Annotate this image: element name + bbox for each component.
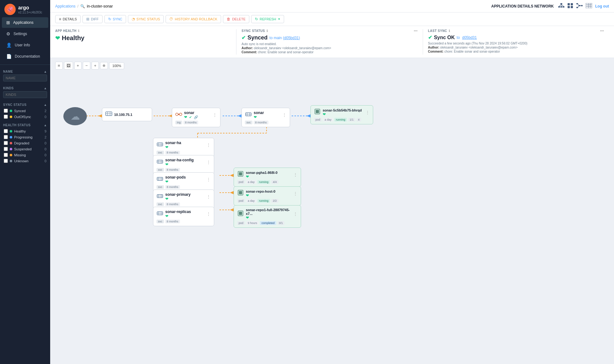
zoom-fit-btn[interactable]: ⊕ [100,62,108,69]
suspended-checkbox[interactable] [4,147,8,151]
missing-checkbox[interactable] [4,153,8,157]
sonar-ing-node[interactable]: sonar ❤ ✔ 🔗 ⋮ ing 8 months [172,108,220,127]
sonar-pgha1-icon [237,170,244,179]
sonar-svc-menu[interactable]: ⋮ [282,112,287,117]
unknown-dot [10,160,12,162]
sonar-primary-node[interactable]: sonar-primary ❤ ⋮ svc 8 months [153,190,214,209]
healthy-label: Healthy [14,129,26,133]
svg-rect-12 [576,3,578,4]
sonar-pgha1-menu[interactable]: ⋮ [293,172,298,177]
list-view-btn[interactable]: ≡ [55,62,63,70]
sidebar-item-user-info[interactable]: 👤 User Info [2,40,48,50]
progressing-dot [10,136,12,138]
health-filter-header[interactable]: HEALTH STATUS ▲ [3,123,47,127]
svg-marker-40 [230,174,234,177]
health-filter-degraded[interactable]: Degraded 0 [3,140,47,146]
sync-filter-outofsync[interactable]: OutOfSync 0 [3,114,47,120]
logout-button[interactable]: Log out [595,4,609,8]
svg-line-15 [578,4,579,5]
add-btn[interactable]: + [74,62,82,70]
sonar-replicas-menu[interactable]: ⋮ [206,211,211,216]
network-tree-icon[interactable] [558,3,564,9]
sonar-repo1-full-node[interactable]: sonar-repo1-full-28879745-x7... ❤ ⋮ pod … [234,205,301,228]
svg-rect-8 [571,3,573,5]
last-sync-check-icon: ✔ [428,34,432,40]
health-filter-missing[interactable]: Missing 0 [3,152,47,158]
sonar-ha-config-menu[interactable]: ⋮ [206,160,211,165]
unknown-checkbox[interactable] [4,159,8,163]
kinds-filter-input[interactable] [3,91,47,98]
sidebar-item-label: Settings [13,32,27,36]
sonar-repo-host-node[interactable]: sonar-repo-host-0 ❤ ⋮ pod a day running … [234,186,301,205]
sonar-primary-menu[interactable]: ⋮ [206,194,211,199]
sidebar-item-documentation[interactable]: 📄 Documentation [2,51,48,62]
sync-filter-synced[interactable]: Synced 2 [3,108,47,114]
synced-count: 2 [45,109,46,113]
sync-value-text: Synced [247,34,267,41]
sonar-ing-menu[interactable]: ⋮ [213,112,217,117]
sonar-repo1-full-kind: pod [237,221,245,225]
refresh-button[interactable]: ↻ REFRESH ▼ [251,15,284,23]
sidebar: 🦑 argo v2.11.5+c4b283c ⊞ Applications ⚙ … [0,0,50,364]
outofsync-checkbox[interactable] [4,115,8,119]
flow-canvas[interactable]: ≡ 🖼 + − + ⊕ 100% [50,58,614,364]
health-filter-progressing[interactable]: Progressing 2 [3,134,47,140]
sidebar-item-settings[interactable]: ⚙ Settings [2,29,48,39]
zoom-out-btn[interactable]: − [83,62,90,70]
sonar-ha-node[interactable]: sonar-ha ❤ ⋮ svc 8 months [153,138,214,157]
sonar-replicas-node[interactable]: sonar-replicas ❤ ⋮ svc 8 months [153,207,214,226]
svg-point-47 [176,113,178,116]
sonar-svc-node[interactable]: sonar ❤ ⋮ svc 8 months [241,108,290,127]
healthy-checkbox[interactable] [4,129,8,133]
image-btn[interactable]: 🖼 [64,62,73,70]
kinds-filter-header[interactable]: KINDS ▲ [3,86,47,90]
sync-filter-header[interactable]: SYNC STATUS ▲ [3,103,47,107]
svg-marker-42 [230,208,234,211]
sonar-repo1-full-ratio: 0/1 [278,221,285,225]
ingress-ip-name: 10.100.75.1 [114,113,132,117]
topology-icon[interactable] [576,3,583,9]
delete-button[interactable]: 🗑 DELETE [223,15,249,23]
sonar-ha-config-node[interactable]: sonar-ha-config ❤ ⋮ svc 8 months [153,155,214,174]
sidebar-item-label: User Info [15,43,30,47]
sync-more-icon[interactable]: ••• [414,29,418,33]
last-sync-commit-link[interactable]: d05bd31 [462,35,477,40]
table-icon[interactable] [586,3,592,9]
sonar-repo-host-menu[interactable]: ⋮ [293,191,298,196]
sonar-pod-node[interactable]: sonar-5c5b54b75-bhrqd ❤ ⋮ pod a day runn… [310,105,373,124]
history-rollback-button[interactable]: ⏱ HISTORY AND ROLLBACK [166,15,221,23]
breadcrumb-applications-link[interactable]: Applications [55,4,76,8]
health-filter-unknown[interactable]: Unknown 0 [3,158,47,164]
sync-button[interactable]: ↻ SYNC [104,15,126,23]
sonar-pod-menu[interactable]: ⋮ [365,110,370,115]
diff-icon: ⊞ [86,17,89,21]
outofsync-dot [10,116,12,118]
name-filter-header[interactable]: NAME ▲ [3,70,47,73]
details-button[interactable]: ≡ DETAILS [55,15,81,23]
last-sync-more-icon[interactable]: ••• [600,29,604,33]
degraded-checkbox[interactable] [4,141,8,145]
sonar-repo1-full-menu[interactable]: ⋮ [293,211,298,216]
sidebar-item-applications[interactable]: ⊞ Applications [2,17,48,28]
zoom-in-btn[interactable]: + [92,62,99,70]
grid-icon[interactable] [568,3,573,9]
sonar-ha-age: 8 months [165,151,180,154]
sync-synced-checkbox[interactable] [4,109,8,113]
sync-status-button[interactable]: ◔ SYNC STATUS [128,15,164,23]
name-filter-input[interactable] [3,75,47,81]
health-filter-suspended[interactable]: Suspended 0 [3,146,47,152]
sonar-pods-menu[interactable]: ⋮ [206,177,211,182]
ingress-ip-icon [105,111,112,118]
sync-commit-link[interactable]: d05bd31 [284,36,299,40]
sonar-ing-icon [175,111,182,119]
progressing-checkbox[interactable] [4,135,8,139]
sonar-pgha1-node[interactable]: sonar-pgha1-868l-0 ❤ ⋮ pod a day running… [234,168,301,187]
sonar-pgha1-age: a day [246,180,256,184]
sonar-ha-menu[interactable]: ⋮ [206,143,211,148]
diff-button[interactable]: ⊞ DIFF [82,15,102,23]
sonar-pods-node[interactable]: sonar-pods ❤ ⋮ svc 8 months [153,172,214,192]
sidebar-item-label: Applications [13,20,34,25]
sonar-ing-health-icon: ❤ [184,115,187,119]
ingress-ip-node[interactable]: 10.100.75.1 [102,108,152,121]
health-filter-healthy[interactable]: Healthy 9 [3,128,47,134]
